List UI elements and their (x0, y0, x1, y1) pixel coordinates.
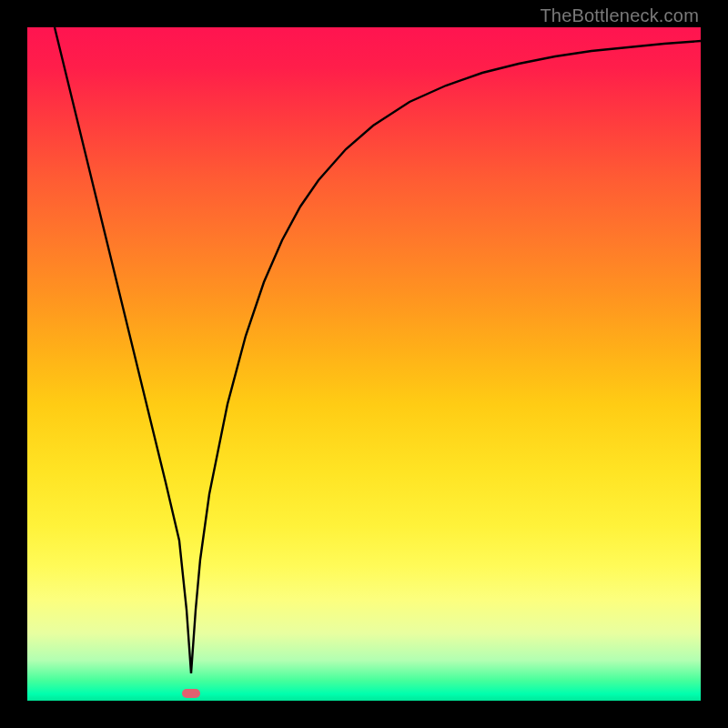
curve-path (55, 27, 701, 673)
chart-frame: TheBottleneck.com (0, 0, 728, 728)
plot-area (27, 27, 701, 701)
bottleneck-curve (27, 27, 701, 701)
minimum-marker (182, 689, 200, 698)
watermark-text: TheBottleneck.com (540, 5, 699, 26)
